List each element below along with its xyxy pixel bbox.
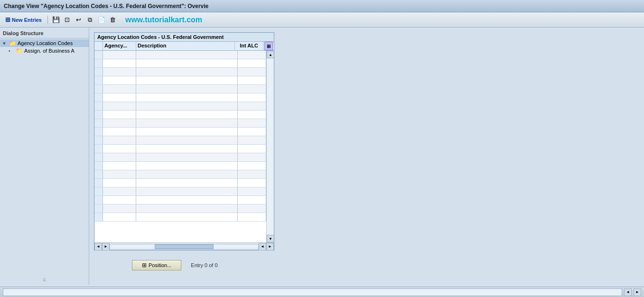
- sidebar-resize-handle[interactable]: ⠿: [43, 278, 46, 283]
- row-intalc-cell[interactable]: [238, 145, 266, 153]
- row-indicator-cell[interactable]: [94, 93, 103, 102]
- row-intalc-cell[interactable]: [238, 170, 266, 178]
- sidebar-item-assign-business[interactable]: • 📁 Assign. of Business A: [0, 47, 89, 55]
- row-description-cell[interactable]: [136, 128, 238, 136]
- status-nav-left[interactable]: ◄: [624, 288, 632, 296]
- row-agency-cell[interactable]: [103, 93, 136, 102]
- table-row[interactable]: [94, 128, 266, 136]
- row-indicator-cell[interactable]: [94, 59, 103, 67]
- table-row[interactable]: [94, 85, 266, 93]
- row-description-cell[interactable]: [136, 187, 238, 195]
- row-description-cell[interactable]: [136, 68, 238, 76]
- row-indicator-cell[interactable]: [94, 119, 103, 127]
- scroll-right-end-button[interactable]: ◄: [259, 243, 266, 251]
- row-intalc-cell[interactable]: [238, 76, 266, 84]
- row-description-cell[interactable]: [136, 162, 238, 170]
- row-description-cell[interactable]: [136, 111, 238, 119]
- table-row[interactable]: [94, 187, 266, 196]
- column-settings-icon[interactable]: ⊞: [264, 42, 273, 50]
- undo-icon[interactable]: ↩: [74, 15, 84, 25]
- table-row[interactable]: [94, 204, 266, 213]
- row-agency-cell[interactable]: [103, 187, 136, 195]
- row-description-cell[interactable]: [136, 119, 238, 127]
- table-row[interactable]: [94, 76, 266, 85]
- row-agency-cell[interactable]: [103, 76, 136, 84]
- table-row[interactable]: [94, 51, 266, 59]
- row-description-cell[interactable]: [136, 85, 238, 93]
- horizontal-scroll-track[interactable]: [110, 244, 259, 250]
- save-icon[interactable]: 💾: [51, 15, 61, 25]
- status-nav-right[interactable]: ►: [634, 288, 641, 296]
- row-indicator-cell[interactable]: [94, 213, 103, 221]
- table-row[interactable]: [94, 93, 266, 102]
- row-description-cell[interactable]: [136, 196, 238, 204]
- row-agency-cell[interactable]: [103, 145, 136, 153]
- row-description-cell[interactable]: [136, 93, 238, 102]
- delete-icon[interactable]: 🗑: [108, 15, 118, 25]
- row-description-cell[interactable]: [136, 179, 238, 187]
- scroll-right-end-button-2[interactable]: ►: [266, 243, 274, 251]
- table-row[interactable]: [94, 179, 266, 187]
- header-agency[interactable]: Agency...: [103, 42, 136, 50]
- row-agency-cell[interactable]: [103, 59, 136, 67]
- row-description-cell[interactable]: [136, 204, 238, 213]
- vertical-scrollbar[interactable]: ▲ ▼: [266, 51, 274, 242]
- row-indicator-cell[interactable]: [94, 170, 103, 178]
- row-indicator-cell[interactable]: [94, 136, 103, 144]
- row-intalc-cell[interactable]: [238, 119, 266, 127]
- row-intalc-cell[interactable]: [238, 102, 266, 110]
- row-indicator-cell[interactable]: [94, 204, 103, 213]
- row-agency-cell[interactable]: [103, 162, 136, 170]
- row-intalc-cell[interactable]: [238, 153, 266, 161]
- row-agency-cell[interactable]: [103, 196, 136, 204]
- row-indicator-cell[interactable]: [94, 76, 103, 84]
- new-entries-button[interactable]: ⊞ New Entries: [3, 15, 44, 25]
- sidebar-item-agency-location-codes[interactable]: ▼ 📁 Agency Location Codes: [0, 39, 89, 47]
- row-intalc-cell[interactable]: [238, 111, 266, 119]
- row-description-cell[interactable]: [136, 59, 238, 67]
- row-description-cell[interactable]: [136, 213, 238, 221]
- copy-icon[interactable]: ⧉: [85, 15, 95, 25]
- row-intalc-cell[interactable]: [238, 179, 266, 187]
- table-row[interactable]: [94, 170, 266, 179]
- row-agency-cell[interactable]: [103, 119, 136, 127]
- row-indicator-cell[interactable]: [94, 196, 103, 204]
- table-row[interactable]: [94, 111, 266, 119]
- row-intalc-cell[interactable]: [238, 68, 266, 76]
- row-indicator-cell[interactable]: [94, 68, 103, 76]
- scroll-down-button[interactable]: ▼: [267, 235, 274, 242]
- table-row[interactable]: [94, 153, 266, 162]
- row-agency-cell[interactable]: [103, 170, 136, 178]
- paste-icon[interactable]: 📄: [97, 15, 106, 25]
- row-indicator-cell[interactable]: [94, 128, 103, 136]
- horizontal-scrollbar[interactable]: ◄ ► ◄ ►: [94, 242, 274, 250]
- row-description-cell[interactable]: [136, 136, 238, 144]
- row-agency-cell[interactable]: [103, 179, 136, 187]
- row-indicator-cell[interactable]: [94, 162, 103, 170]
- row-intalc-cell[interactable]: [238, 187, 266, 195]
- row-intalc-cell[interactable]: [238, 85, 266, 93]
- row-agency-cell[interactable]: [103, 51, 136, 59]
- table-row[interactable]: [94, 59, 266, 68]
- row-agency-cell[interactable]: [103, 136, 136, 144]
- row-intalc-cell[interactable]: [238, 196, 266, 204]
- row-description-cell[interactable]: [136, 102, 238, 110]
- position-button[interactable]: ⊞ Position...: [132, 260, 181, 270]
- row-agency-cell[interactable]: [103, 68, 136, 76]
- scroll-right-button[interactable]: ►: [102, 243, 110, 251]
- table-row[interactable]: [94, 213, 266, 222]
- row-intalc-cell[interactable]: [238, 204, 266, 213]
- row-indicator-cell[interactable]: [94, 51, 103, 59]
- row-agency-cell[interactable]: [103, 204, 136, 213]
- row-intalc-cell[interactable]: [238, 136, 266, 144]
- row-indicator-cell[interactable]: [94, 179, 103, 187]
- table-row[interactable]: [94, 196, 266, 204]
- row-intalc-cell[interactable]: [238, 59, 266, 67]
- table-row[interactable]: [94, 102, 266, 111]
- row-indicator-cell[interactable]: [94, 111, 103, 119]
- row-intalc-cell[interactable]: [238, 93, 266, 102]
- row-intalc-cell[interactable]: [238, 51, 266, 59]
- row-intalc-cell[interactable]: [238, 128, 266, 136]
- row-agency-cell[interactable]: [103, 85, 136, 93]
- table-row[interactable]: [94, 68, 266, 76]
